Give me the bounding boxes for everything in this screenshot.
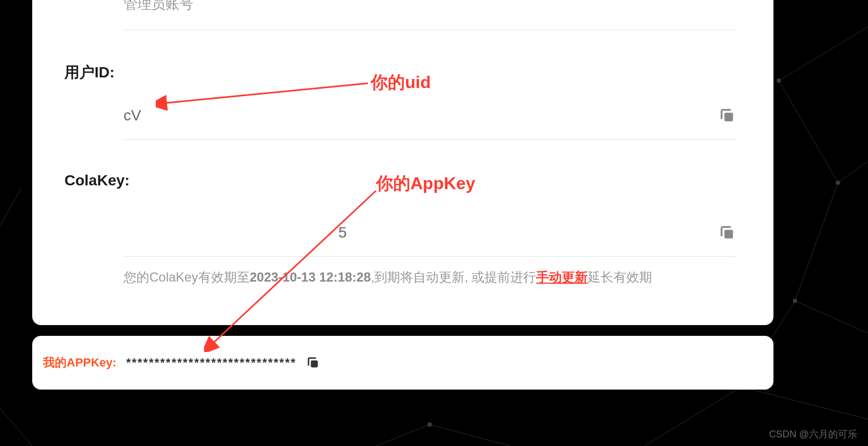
user-id-value: cV <box>124 107 141 124</box>
svg-line-11 <box>376 425 430 446</box>
user-id-label: 用户ID: <box>64 62 741 83</box>
svg-point-13 <box>836 181 840 185</box>
my-appkey-card: 我的APPKey: ****************************** <box>32 336 773 390</box>
colakey-expiry-text: 您的ColaKey有效期至2023-10-13 12:18:28,到期将自动更新… <box>124 269 741 286</box>
colakey-label: ColaKey: <box>64 172 741 189</box>
watermark: CSDN @六月的可乐 <box>769 428 857 441</box>
svg-line-2 <box>838 161 868 183</box>
svg-rect-19 <box>310 361 317 368</box>
user-id-field: 用户ID: cV <box>64 30 741 140</box>
copy-icon[interactable] <box>719 224 736 241</box>
svg-line-3 <box>795 183 838 301</box>
svg-rect-18 <box>725 230 733 239</box>
copy-icon[interactable] <box>306 356 320 370</box>
admin-account-placeholder: 管理员账号 <box>124 0 736 30</box>
user-id-value-row: cV <box>124 107 736 140</box>
svg-line-7 <box>645 387 741 446</box>
main-card: 管理员账号 用户ID: cV ColaKey: 5 您的ColaKey有效期至2… <box>32 0 773 325</box>
my-appkey-label: 我的APPKey: <box>43 355 117 371</box>
svg-line-1 <box>779 81 838 183</box>
svg-rect-17 <box>725 113 733 121</box>
svg-line-6 <box>741 387 868 419</box>
svg-line-8 <box>0 188 21 226</box>
svg-point-16 <box>428 422 432 427</box>
colakey-field: ColaKey: 5 您的ColaKey有效期至2023-10-13 12:18… <box>64 140 741 286</box>
colakey-value: 5 <box>124 224 347 241</box>
svg-point-14 <box>793 299 797 303</box>
svg-line-4 <box>795 301 868 333</box>
colakey-value-row: 5 <box>124 224 736 257</box>
svg-line-0 <box>779 27 868 81</box>
svg-line-10 <box>430 425 510 446</box>
svg-line-9 <box>0 408 32 446</box>
my-appkey-value: ****************************** <box>126 356 296 370</box>
copy-icon[interactable] <box>719 107 736 124</box>
svg-point-12 <box>777 78 781 83</box>
manual-update-link[interactable]: 手动更新 <box>536 270 588 284</box>
